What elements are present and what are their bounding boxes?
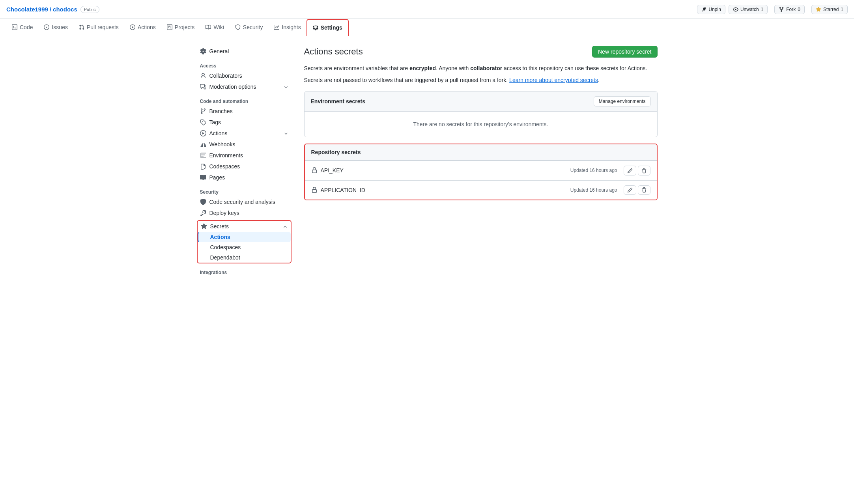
sidebar-general-label: General [209,48,229,54]
lock-icon-2 [311,187,318,193]
key-icon [200,210,206,216]
topbar: Chocolate1999 / chodocs Public Unpin Unw… [0,0,854,19]
sidebar-sub-actions-label: Actions [210,234,230,240]
sidebar-item-collaborators[interactable]: Collaborators [197,70,292,81]
security-tab-icon [235,24,241,30]
sidebar-moderation-label: Moderation options [209,84,256,90]
delete-secret-application-id-button[interactable] [638,185,650,195]
sidebar-pages-label: Pages [209,174,225,181]
sidebar-codespaces-label: Codespaces [209,163,240,170]
starred-count: 1 [841,7,843,12]
sidebar-item-code-security[interactable]: Code security and analysis [197,196,292,207]
star-button[interactable]: Starred 1 [811,5,848,14]
branch-icon [200,108,206,114]
sidebar-tags-label: Tags [209,119,221,125]
fork-label: Fork [786,7,796,12]
sidebar-item-tags[interactable]: Tags [197,117,292,128]
starred-label: Starred [823,7,839,12]
repo-title: Chocolate1999 / chodocs [6,6,77,13]
sidebar-item-codespaces[interactable]: Codespaces [197,161,292,172]
repo-secrets-title: Repository secrets [311,149,361,155]
tab-pull-requests[interactable]: Pull requests [73,19,124,36]
sidebar-item-deploy-keys[interactable]: Deploy keys [197,207,292,218]
projects-icon [167,24,172,30]
sidebar-sub-actions[interactable]: Actions [198,232,291,242]
tab-issues[interactable]: Issues [38,19,73,36]
unwatch-button[interactable]: Unwatch 1 [729,5,768,14]
unwatch-label: Unwatch [740,7,759,12]
tab-actions[interactable]: Actions [124,19,161,36]
nav-tabs: Code Issues Pull requests Actions Projec… [0,19,854,36]
tab-settings[interactable]: Settings [306,19,349,36]
tab-security[interactable]: Security [230,19,269,36]
repo-owner-link[interactable]: Chocolate1999 [6,6,48,13]
sidebar-access-section: Access [197,60,292,70]
webhook-icon [200,141,206,147]
pencil-icon-2 [627,187,633,193]
sidebar-sub-codespaces-label: Codespaces [210,244,241,250]
chevron-down-actions-icon [284,130,288,136]
trash-icon-2 [641,187,647,193]
sidebar-sub-dependabot[interactable]: Dependabot [198,252,291,263]
unpin-button[interactable]: Unpin [697,5,725,14]
wiki-icon [206,24,211,30]
sidebar-sub-codespaces[interactable]: Codespaces [198,242,291,252]
fork-icon [779,7,784,12]
edit-secret-application-id-button[interactable] [624,185,636,195]
delete-secret-api-key-button[interactable] [638,166,650,175]
tab-code[interactable]: Code [6,19,38,36]
sidebar-webhooks-label: Webhooks [209,141,235,147]
tab-wiki[interactable]: Wiki [200,19,229,36]
chevron-up-icon [283,223,288,230]
repo-secrets-header: Repository secrets [305,144,657,161]
public-badge: Public [80,6,99,13]
env-secrets-box: Environment secrets Manage environments … [304,91,658,137]
comment-icon [200,84,206,90]
new-secret-button[interactable]: New repository secret [592,46,657,58]
info-text-2: Secrets are not passed to workflows that… [304,76,658,84]
pages-icon [200,174,206,181]
actions-icon [130,24,135,30]
sidebar-environments-label: Environments [209,152,243,159]
main-content: Actions secrets New repository secret Se… [304,46,658,277]
tab-insights[interactable]: Insights [268,19,306,36]
codespaces-icon [200,163,206,170]
env-icon [200,152,206,159]
tab-projects[interactable]: Projects [161,19,200,36]
sidebar-item-actions[interactable]: Actions [197,128,292,139]
sidebar-sub-dependabot-label: Dependabot [210,254,240,261]
sparkle-icon [201,223,207,230]
sidebar-item-moderation[interactable]: Moderation options [197,81,292,92]
sidebar-secrets-label: Secrets [210,223,229,230]
secret-name-text-2: APPLICATION_ID [321,187,365,193]
fork-button[interactable]: Fork 0 [774,5,805,14]
topbar-actions: Unpin Unwatch 1 Fork 0 Starred 1 [697,5,848,14]
code-icon [12,24,17,30]
sidebar-item-pages[interactable]: Pages [197,172,292,183]
sidebar-item-webhooks[interactable]: Webhooks [197,139,292,150]
sidebar-deploy-keys-label: Deploy keys [209,210,239,216]
trash-icon [641,168,647,174]
sidebar-code-section: Code and automation [197,95,292,106]
info-text-1: Secrets are environment variables that a… [304,64,658,73]
sidebar-item-environments[interactable]: Environments [197,150,292,161]
repo-name-link[interactable]: chodocs [53,6,77,13]
shield-icon [200,199,206,205]
edit-secret-api-key-button[interactable] [624,166,636,175]
secrets-sidebar-section: Secrets Actions Codespaces Dependabot [197,220,292,263]
env-secrets-title: Environment secrets [311,98,366,105]
issues-icon [44,24,49,30]
play-icon [200,130,206,136]
pencil-icon [627,168,633,174]
secret-row-application-id: APPLICATION_ID Updated 16 hours ago [305,180,657,200]
sidebar-item-branches[interactable]: Branches [197,106,292,117]
learn-more-link[interactable]: Learn more about encrypted secrets [509,77,598,83]
star-icon [816,7,821,12]
manage-environments-button[interactable]: Manage environments [594,96,651,106]
sidebar-item-general[interactable]: General [197,46,292,57]
sidebar-secrets-header[interactable]: Secrets [198,221,291,232]
lock-icon [311,167,318,174]
unpin-label: Unpin [709,7,721,12]
unwatch-count: 1 [761,7,764,12]
page-layout: General Access Collaborators Moderation … [191,36,664,286]
